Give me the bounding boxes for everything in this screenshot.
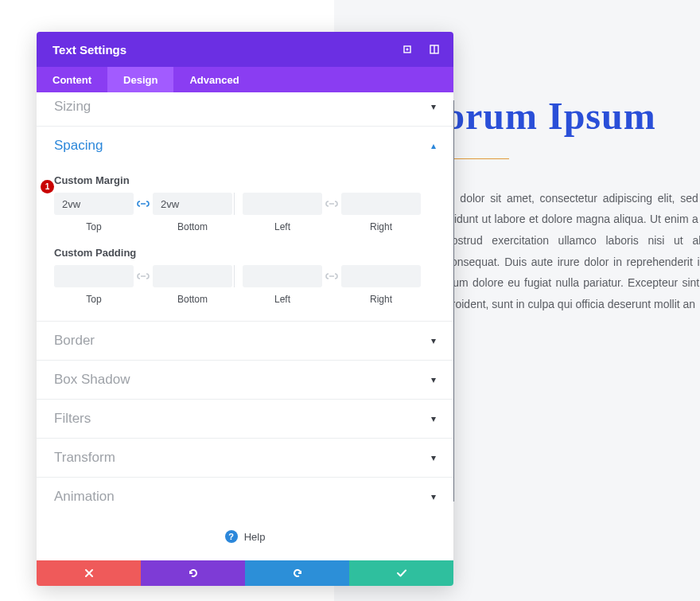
section-filters-title: Filters — [54, 411, 91, 427]
save-button[interactable] — [349, 560, 453, 586]
margin-right-input[interactable] — [341, 193, 421, 215]
section-sizing[interactable]: Sizing ▾ — [37, 92, 453, 127]
tabs: Content Design Advanced — [37, 67, 453, 92]
margin-bottom-input[interactable] — [153, 193, 232, 215]
svg-point-1 — [406, 49, 409, 51]
padding-grid: Top Bottom Left Right — [54, 265, 436, 305]
action-bar — [37, 560, 453, 586]
spacing-body: Custom Margin Top Bottom Left — [37, 165, 453, 322]
chevron-down-icon: ▾ — [431, 413, 436, 424]
preview-body-text: m dolor sit amet, consectetur adipiscing… — [445, 188, 700, 315]
section-transform[interactable]: Transform ▾ — [37, 439, 453, 478]
section-spacing-title: Spacing — [54, 138, 103, 154]
redo-icon — [292, 568, 303, 579]
close-icon — [84, 568, 94, 578]
columns-icon[interactable] — [428, 43, 441, 56]
cancel-button[interactable] — [37, 560, 141, 586]
link-icon[interactable] — [322, 265, 341, 287]
custom-padding-label: Custom Padding — [54, 247, 436, 259]
section-transform-title: Transform — [54, 450, 115, 466]
help-row[interactable]: ? Help — [37, 516, 453, 560]
padding-top-label: Top — [86, 294, 101, 305]
section-border-title: Border — [54, 333, 95, 349]
link-icon[interactable] — [134, 193, 153, 215]
tab-content[interactable]: Content — [37, 67, 107, 92]
redo-button[interactable] — [245, 560, 349, 586]
undo-icon — [188, 568, 199, 579]
margin-left-input[interactable] — [243, 193, 322, 215]
chevron-down-icon: ▾ — [431, 335, 436, 346]
tab-advanced[interactable]: Advanced — [173, 67, 255, 92]
margin-left-label: Left — [274, 221, 290, 232]
panel-header[interactable]: Text Settings — [37, 32, 453, 67]
section-sizing-title: Sizing — [54, 99, 91, 115]
padding-top-input[interactable] — [54, 265, 134, 287]
preview-heading: orum Ipsum — [445, 96, 700, 138]
chevron-up-icon: ▴ — [431, 140, 436, 151]
padding-left-label: Left — [274, 294, 290, 305]
section-spacing[interactable]: Spacing ▴ — [37, 127, 453, 165]
margin-top-label: Top — [86, 221, 101, 232]
margin-right-label: Right — [370, 221, 392, 232]
link-icon[interactable] — [322, 193, 341, 215]
section-filters[interactable]: Filters ▾ — [37, 400, 453, 439]
preview-content: orum Ipsum m dolor sit amet, consectetur… — [445, 96, 700, 314]
custom-margin-label: Custom Margin — [54, 174, 436, 186]
padding-right-label: Right — [370, 294, 392, 305]
annotation-marker-1: 1 — [41, 180, 54, 193]
separator — [234, 265, 235, 287]
link-icon[interactable] — [134, 265, 153, 287]
section-box-shadow-title: Box Shadow — [54, 372, 130, 388]
padding-bottom-input[interactable] — [153, 265, 232, 287]
chevron-down-icon: ▾ — [431, 491, 436, 502]
chevron-down-icon: ▾ — [431, 374, 436, 385]
padding-right-input[interactable] — [341, 265, 421, 287]
preview-divider — [445, 158, 509, 159]
check-icon — [396, 568, 407, 578]
panel-title: Text Settings — [52, 43, 126, 57]
undo-button[interactable] — [141, 560, 245, 586]
expand-icon[interactable] — [401, 43, 414, 56]
header-icons — [401, 43, 441, 56]
separator — [234, 193, 235, 215]
help-text: Help — [244, 531, 266, 543]
help-icon: ? — [225, 530, 238, 543]
section-animation-title: Animation — [54, 489, 115, 505]
chevron-down-icon: ▾ — [431, 101, 436, 112]
tab-design[interactable]: Design — [107, 67, 173, 92]
section-box-shadow[interactable]: Box Shadow ▾ — [37, 361, 453, 400]
margin-top-input[interactable] — [54, 193, 134, 215]
section-border[interactable]: Border ▾ — [37, 322, 453, 361]
padding-left-input[interactable] — [243, 265, 322, 287]
text-settings-panel: Text Settings Content Design Advanced Si… — [37, 32, 453, 586]
chevron-down-icon: ▾ — [431, 452, 436, 463]
margin-bottom-label: Bottom — [177, 221, 208, 232]
section-animation[interactable]: Animation ▾ — [37, 478, 453, 516]
padding-bottom-label: Bottom — [177, 294, 208, 305]
margin-grid: Top Bottom Left Right — [54, 193, 436, 232]
